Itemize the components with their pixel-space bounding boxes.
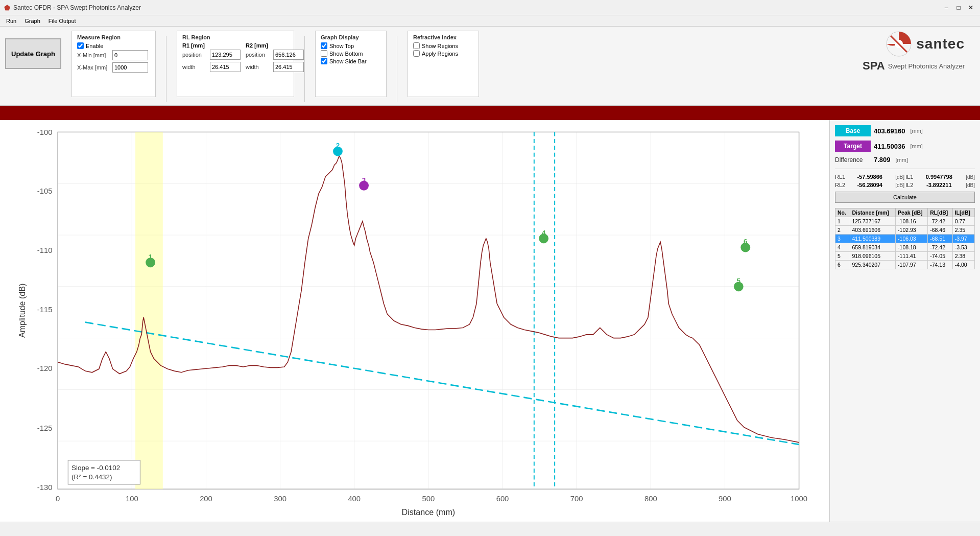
table-row[interactable]: 3411.500389-106.03-68.51-3.97 xyxy=(835,235,975,243)
il1-label: IL1 xyxy=(905,174,913,180)
show-bottom-label: Show Bottom xyxy=(329,51,363,57)
cell-distance: 925.340207 xyxy=(850,261,896,269)
r1-position-label: position xyxy=(182,52,208,58)
cell-no: 5 xyxy=(835,252,850,261)
x-max-label: X-Max [mm] xyxy=(77,64,110,71)
r2-width-label: width xyxy=(246,64,271,70)
menu-file-output[interactable]: File Output xyxy=(44,17,80,25)
r2-position-label: position xyxy=(246,52,271,58)
x-min-row: X-Min [mm] xyxy=(77,50,150,60)
table-row[interactable]: 2403.691606-102.93-68.462.35 xyxy=(835,226,975,235)
show-top-checkbox[interactable] xyxy=(321,42,327,49)
rl1-row: RL1 -57.59866 [dB] xyxy=(835,173,904,180)
svg-text:300: 300 xyxy=(274,495,286,503)
santec-text: santec xyxy=(916,36,965,52)
cell-distance: 125.737167 xyxy=(850,217,896,226)
svg-text:0: 0 xyxy=(56,495,60,503)
il1-row: IL1 0.9947798 [dB] xyxy=(905,173,975,180)
graph-svg: -100 -105 -110 -115 -120 -125 -130 0 100… xyxy=(5,125,824,517)
table-row[interactable]: 6925.340207-107.97-74.13-4.00 xyxy=(835,261,975,269)
close-button[interactable]: ✕ xyxy=(966,3,976,13)
r2-width-input[interactable] xyxy=(273,62,304,72)
il1-value: 0.9947798 xyxy=(926,174,952,180)
cell-rl: -72.42 xyxy=(928,217,952,226)
col-no: No. xyxy=(835,208,850,217)
graph-area: -100 -105 -110 -115 -120 -125 -130 0 100… xyxy=(0,120,829,522)
base-label-box: Base xyxy=(835,125,871,136)
col-rl: RL[dB] xyxy=(928,208,952,217)
cell-peak: -106.03 xyxy=(896,235,928,243)
graph-display-title: Graph Display xyxy=(321,34,381,40)
enable-label: Enable xyxy=(86,43,103,49)
difference-value: 7.809 xyxy=(874,156,891,164)
r1-label: R1 [mm] xyxy=(182,42,241,49)
svg-text:400: 400 xyxy=(348,495,361,503)
cell-no: 4 xyxy=(835,243,850,252)
data-table: No. Distance [mm] Peak [dB] RL[dB] IL[dB… xyxy=(835,208,975,269)
svg-text:900: 900 xyxy=(719,495,731,503)
rl1-unit: [dB] xyxy=(895,174,904,180)
rl-il-grid: RL1 -57.59866 [dB] IL1 0.9947798 [dB] RL… xyxy=(835,173,975,189)
table-row[interactable]: 5918.096105-111.41-74.052.38 xyxy=(835,252,975,261)
rl2-label: RL2 xyxy=(835,182,845,188)
cell-rl: -74.13 xyxy=(928,261,952,269)
spa-text: SPA xyxy=(863,59,885,73)
show-side-bar-checkbox[interactable] xyxy=(321,58,327,64)
x-min-label: X-Min [mm] xyxy=(77,52,110,58)
rl-region-title: RL Region xyxy=(182,34,289,40)
show-bottom-checkbox[interactable] xyxy=(321,50,327,57)
title-bar: ⬟ Santec OFDR - SPA Swept Photonics Anal… xyxy=(0,0,980,15)
graph-display-section: Graph Display Show Top Show Bottom Show … xyxy=(315,31,387,97)
base-value: 403.69160 xyxy=(874,127,905,135)
table-row[interactable]: 4659.819034-108.18-72.42-3.53 xyxy=(835,243,975,252)
rl2-value: -56.28094 xyxy=(857,182,882,188)
update-graph-button[interactable]: Update Graph xyxy=(5,38,61,69)
x-min-input[interactable] xyxy=(112,50,148,60)
refractive-index-title: Refractive Index xyxy=(413,34,473,40)
calculate-button[interactable]: Calculate xyxy=(835,192,975,203)
cell-distance: 403.691606 xyxy=(850,226,896,235)
menu-graph[interactable]: Graph xyxy=(20,17,44,25)
rl2-row: RL2 -56.28094 [dB] xyxy=(835,181,904,189)
svg-text:800: 800 xyxy=(644,495,657,503)
svg-text:1: 1 xyxy=(149,253,153,261)
table-body: 1125.737167-108.16-72.420.772403.691606-… xyxy=(835,217,975,269)
r1-width-input[interactable] xyxy=(210,62,241,72)
minimize-button[interactable]: – xyxy=(941,3,951,13)
difference-unit: [mm] xyxy=(896,157,908,163)
svg-text:-130: -130 xyxy=(37,483,53,492)
enable-checkbox[interactable] xyxy=(77,42,84,49)
svg-text:2: 2 xyxy=(336,142,340,149)
toolbar: Update Graph Measure Region Enable X-Min… xyxy=(0,27,980,106)
show-side-bar-label: Show Side Bar xyxy=(329,58,367,64)
cell-peak: -111.41 xyxy=(896,252,928,261)
il2-unit: [dB] xyxy=(966,182,975,188)
santec-logo-icon xyxy=(886,31,912,57)
maximize-button[interactable]: □ xyxy=(953,3,964,13)
table-row[interactable]: 1125.737167-108.16-72.420.77 xyxy=(835,217,975,226)
r1-position-input[interactable] xyxy=(210,50,241,60)
enable-row: Enable xyxy=(77,42,150,49)
refractive-index-section: Refractive Index Show Regions Apply Regi… xyxy=(408,31,479,97)
x-max-input[interactable] xyxy=(112,62,148,73)
r2-position-input[interactable] xyxy=(273,50,304,60)
cell-rl: -74.05 xyxy=(928,252,952,261)
app-title: ⬟ Santec OFDR - SPA Swept Photonics Anal… xyxy=(4,4,141,12)
svg-text:700: 700 xyxy=(570,495,583,503)
divider1 xyxy=(835,169,975,169)
apply-regions-checkbox[interactable] xyxy=(413,50,420,57)
cell-rl: -68.46 xyxy=(928,226,952,235)
target-unit: [mm] xyxy=(910,143,922,149)
menu-run[interactable]: Run xyxy=(2,17,20,25)
svg-text:1000: 1000 xyxy=(791,495,807,503)
cell-rl: -68.51 xyxy=(928,235,952,243)
col-distance: Distance [mm] xyxy=(850,208,896,217)
logo-area: santec SPA Swept Photonics Analyzer xyxy=(863,31,975,73)
difference-row: Difference 7.809 [mm] xyxy=(835,156,975,164)
cell-distance: 411.500389 xyxy=(850,235,896,243)
svg-text:Distance (mm): Distance (mm) xyxy=(402,507,456,517)
il2-label: IL2 xyxy=(905,182,913,188)
col-il: IL[dB] xyxy=(952,208,974,217)
cell-il: -3.97 xyxy=(952,235,974,243)
show-regions-checkbox[interactable] xyxy=(413,42,420,49)
